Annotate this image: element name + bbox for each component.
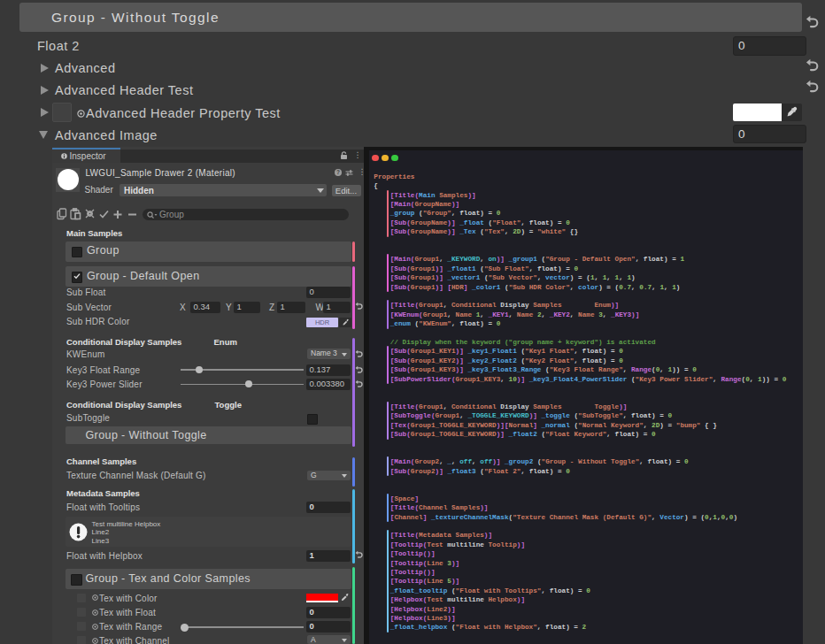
svg-text:?: ? [336, 169, 340, 175]
